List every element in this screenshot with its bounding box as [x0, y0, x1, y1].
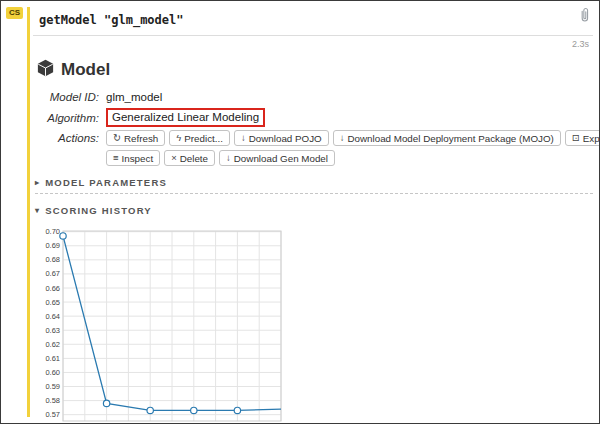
line-chart-svg: 0.570.580.590.600.610.620.630.640.650.66…	[35, 223, 289, 424]
svg-text:0.66: 0.66	[45, 284, 60, 293]
section-label: MODEL PARAMETERS	[45, 177, 167, 188]
button-label: Delete	[180, 153, 208, 164]
refresh-button[interactable]: ↻ Refresh	[106, 130, 165, 146]
download-icon: ↓	[340, 133, 345, 143]
button-label: Download Gen Model	[234, 153, 328, 164]
svg-text:0.57: 0.57	[45, 410, 60, 419]
bolt-icon: ϟ	[176, 133, 181, 143]
download-pojo-button[interactable]: ↓ Download POJO	[234, 130, 329, 146]
model-header: Model	[37, 59, 593, 81]
button-label: Inspect	[122, 153, 154, 164]
cell-content: getModel "glm_model" 2.3s Model	[33, 7, 593, 424]
section-label: SCORING HISTORY	[45, 205, 152, 216]
selected-cell-indicator	[27, 7, 30, 417]
h2o-flow-page: CS getModel "glm_model" 2.3s	[0, 0, 600, 424]
svg-text:0.59: 0.59	[45, 382, 60, 391]
download-gen-model-button[interactable]: ↓ Download Gen Model	[219, 150, 335, 166]
model-id-value: glm_model	[106, 89, 162, 105]
export-icon: ⊡	[572, 133, 580, 143]
inspect-icon: ≡	[113, 153, 119, 163]
button-label: Download POJO	[249, 133, 322, 144]
svg-text:0.64: 0.64	[45, 312, 60, 321]
button-label: Download Model Deployment Package (MOJO)	[347, 133, 553, 144]
delete-button[interactable]: × Delete	[164, 150, 215, 166]
svg-text:0.63: 0.63	[45, 326, 60, 335]
cube-icon	[37, 59, 54, 81]
inspect-button[interactable]: ≡ Inspect	[106, 150, 160, 166]
cell-type-badge: CS	[6, 7, 23, 19]
svg-text:0.65: 0.65	[45, 298, 60, 307]
button-label: Refresh	[124, 133, 158, 144]
model-id-label: Model ID:	[35, 89, 99, 105]
svg-text:0.70: 0.70	[45, 227, 60, 236]
scoring-history-chart: 0.570.580.590.600.610.620.630.640.650.66…	[35, 223, 593, 424]
svg-text:0.58: 0.58	[45, 396, 60, 405]
algorithm-row: Algorithm: Generalized Linear Modeling	[35, 108, 593, 127]
export-button[interactable]: ⊡ Export	[565, 130, 600, 146]
algorithm-label: Algorithm:	[35, 110, 99, 126]
svg-text:0.67: 0.67	[45, 269, 60, 278]
refresh-icon: ↻	[113, 133, 121, 143]
download-icon: ↓	[226, 153, 231, 163]
download-icon: ↓	[241, 133, 246, 143]
caret-right-icon: ▸	[35, 178, 40, 187]
cell-input[interactable]: getModel "glm_model"	[33, 7, 593, 36]
section-scoring-history[interactable]: ▾ SCORING HISTORY	[35, 199, 593, 221]
button-label: Predict...	[184, 133, 223, 144]
svg-text:0.69: 0.69	[45, 241, 60, 250]
section-model-parameters[interactable]: ▸ MODEL PARAMETERS	[35, 171, 593, 194]
button-label: Export	[583, 133, 600, 144]
model-title: Model	[61, 60, 110, 80]
execution-time: 2.3s	[33, 36, 593, 49]
paperclip-icon[interactable]	[578, 7, 591, 27]
svg-text:0.62: 0.62	[45, 340, 60, 349]
cell-code[interactable]: getModel "glm_model"	[39, 13, 184, 27]
svg-text:0.61: 0.61	[45, 354, 60, 363]
algorithm-value-highlighted: Generalized Linear Modeling	[106, 108, 265, 127]
model-id-row: Model ID: glm_model	[35, 89, 593, 105]
predict-button[interactable]: ϟ Predict...	[169, 130, 230, 146]
delete-icon: ×	[171, 153, 177, 163]
actions-row: Actions: ↻ Refresh ϟ Predict... ↓	[35, 130, 593, 166]
svg-text:0.60: 0.60	[45, 368, 60, 377]
cell-output: Model Model ID: glm_model Algorithm: Gen…	[33, 49, 593, 424]
download-mojo-button[interactable]: ↓ Download Model Deployment Package (MOJ…	[333, 130, 561, 146]
svg-text:0.68: 0.68	[45, 255, 60, 264]
caret-down-icon: ▾	[35, 206, 40, 215]
actions-label: Actions:	[35, 130, 99, 146]
